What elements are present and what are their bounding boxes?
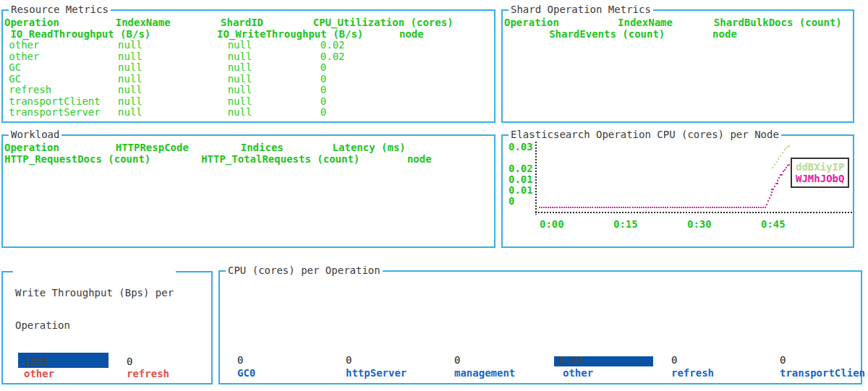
data-point-WJMhJObQ	[576, 207, 578, 208]
data-point-WJMhJObQ	[784, 169, 786, 171]
table-cell: 0	[320, 96, 326, 108]
data-point-WJMhJObQ	[777, 180, 778, 181]
data-point-WJMhJObQ	[572, 207, 574, 208]
table-cell: Operation	[4, 17, 59, 29]
table-cell: ShardBulkDocs (count)	[714, 17, 842, 29]
data-point-WJMhJObQ	[632, 207, 634, 208]
table-cell: HTTP_TotalRequests (count)	[201, 154, 359, 166]
table-cell: null	[118, 96, 142, 108]
data-point-WJMhJObQ	[581, 207, 582, 208]
data-point-WJMhJObQ	[766, 204, 767, 205]
data-point-WJMhJObQ	[663, 207, 664, 208]
data-point-WJMhJObQ	[733, 207, 735, 208]
data-point-WJMhJObQ	[599, 207, 600, 208]
data-point-WJMhJObQ	[570, 207, 571, 208]
data-point-WJMhJObQ	[778, 177, 780, 179]
data-point-WJMhJObQ	[777, 183, 778, 184]
data-point-WJMhJObQ	[541, 207, 542, 208]
data-point-WJMhJObQ	[627, 207, 629, 208]
data-point-WJMhJObQ	[700, 207, 702, 208]
table-cell: null	[228, 40, 252, 51]
panel-es-cpu-chart: Elasticsearch Operation CPU (cores) per …	[501, 134, 854, 248]
data-point-WJMhJObQ	[637, 207, 638, 208]
panel-title: Workload	[9, 129, 61, 140]
bar-value-label: 0.04	[558, 355, 583, 366]
data-point-ddBXiyIP	[784, 149, 786, 150]
data-point-WJMhJObQ	[718, 207, 720, 208]
table-cell: IndexName	[618, 17, 673, 29]
data-point-ddBXiyIP	[782, 152, 783, 153]
data-point-WJMhJObQ	[660, 207, 662, 208]
data-point-WJMhJObQ	[723, 207, 724, 208]
data-point-WJMhJObQ	[681, 207, 682, 208]
data-point-WJMhJObQ	[623, 207, 624, 208]
data-point-WJMhJObQ	[758, 207, 760, 208]
bar-value-label: 0	[127, 356, 132, 368]
panel-shard-operation-metrics: Shard Operation Metrics OperationIndexNa…	[501, 9, 854, 123]
bar-category-label: transportClien	[780, 368, 865, 379]
bar-category-label: httpServer	[346, 368, 407, 379]
data-point-WJMhJObQ	[745, 207, 746, 208]
bar-value-label: 0	[346, 355, 352, 366]
bar-category-label: other	[24, 369, 54, 380]
bar-value-label: 0	[780, 355, 786, 366]
data-point-WJMhJObQ	[612, 207, 613, 208]
data-point-WJMhJObQ	[650, 207, 651, 208]
data-point-WJMhJObQ	[645, 207, 647, 208]
table-cell: null	[228, 85, 252, 96]
table-cell: null	[118, 62, 142, 74]
x-axis-line	[535, 212, 853, 213]
y-axis-tick-label: 0.03	[509, 142, 533, 153]
table-cell: 0.02	[320, 40, 345, 51]
data-point-WJMhJObQ	[601, 207, 603, 208]
data-point-WJMhJObQ	[714, 207, 715, 208]
x-axis-tick-label: 0:30	[687, 219, 712, 231]
data-point-WJMhJObQ	[692, 207, 693, 208]
bar-category-label: other	[563, 368, 593, 379]
data-point-WJMhJObQ	[658, 207, 660, 208]
data-point-ddBXiyIP	[772, 167, 773, 168]
data-point-WJMhJObQ	[568, 207, 569, 208]
table-cell: null	[118, 40, 142, 51]
data-point-WJMhJObQ	[698, 207, 699, 208]
table-cell: null	[118, 85, 142, 96]
data-point-WJMhJObQ	[672, 207, 673, 208]
data-point-WJMhJObQ	[736, 207, 737, 208]
table-cell: null	[228, 107, 252, 119]
data-point-WJMhJObQ	[639, 207, 640, 208]
panel-title: CPU (cores) per Operation	[226, 265, 383, 276]
x-axis-tick-label: 0:00	[540, 219, 564, 231]
data-point-WJMhJObQ	[621, 207, 622, 208]
table-cell: IO_ReadThroughput (B/s)	[10, 29, 150, 40]
data-point-WJMhJObQ	[548, 207, 549, 208]
data-point-WJMhJObQ	[629, 207, 631, 208]
data-point-WJMhJObQ	[566, 207, 567, 208]
table-cell: other	[9, 40, 39, 51]
table-cell: GC	[9, 62, 21, 74]
data-point-WJMhJObQ	[545, 207, 547, 208]
data-point-WJMhJObQ	[687, 207, 689, 208]
data-point-WJMhJObQ	[720, 207, 722, 208]
data-point-WJMhJObQ	[647, 207, 649, 208]
terminal-dashboard: Resource Metrics OperationIndexNameShard…	[0, 0, 868, 391]
data-point-WJMhJObQ	[595, 207, 596, 208]
table-cell: Operation	[504, 17, 559, 29]
legend-entry: WJMhJObQ	[796, 173, 844, 184]
data-point-WJMhJObQ	[618, 207, 620, 208]
y-axis-line	[535, 142, 537, 215]
data-point-WJMhJObQ	[543, 207, 545, 208]
data-point-WJMhJObQ	[579, 207, 580, 208]
data-point-WJMhJObQ	[667, 207, 668, 208]
data-point-WJMhJObQ	[654, 207, 655, 208]
data-point-WJMhJObQ	[740, 207, 741, 208]
data-point-WJMhJObQ	[774, 186, 775, 187]
data-point-WJMhJObQ	[561, 207, 563, 208]
panel-resource-metrics: Resource Metrics OperationIndexNameShard…	[1, 9, 495, 123]
data-point-WJMhJObQ	[614, 207, 616, 208]
data-point-WJMhJObQ	[583, 207, 584, 208]
data-point-WJMhJObQ	[702, 207, 704, 208]
table-cell: CPU_Utilization (cores)	[313, 17, 454, 29]
bar-value-label: 0	[237, 355, 243, 366]
data-point-WJMhJObQ	[616, 207, 618, 208]
data-point-WJMhJObQ	[710, 207, 711, 208]
